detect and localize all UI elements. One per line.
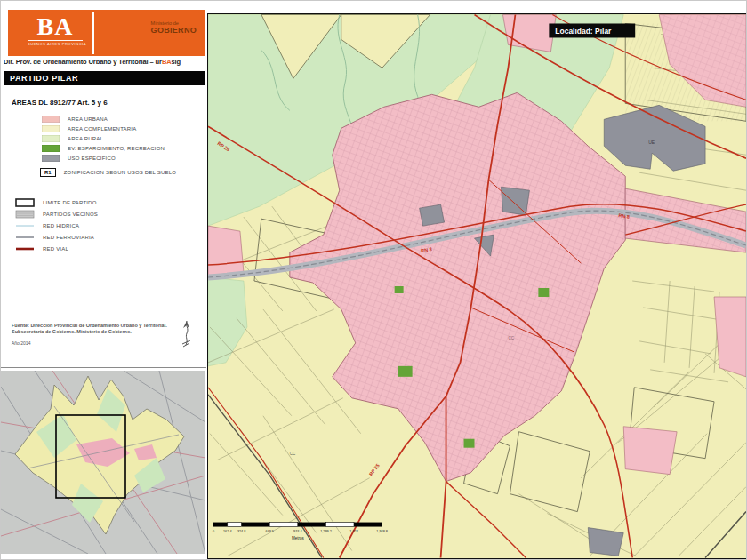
inset-map-canvas <box>1 371 205 554</box>
zoning-code-sample: R1 <box>40 168 56 177</box>
legend-item-area-complementaria: AREA COMPLEMENTARIA <box>42 124 200 133</box>
legend-lines-group: LIMITE DE PARTIDO PARTIDOS VECINOS RED H… <box>12 196 200 254</box>
map-sheet: BA BUENOS AIRES PROVINCIA Ministerio de … <box>0 0 747 560</box>
locality-bar: Localidad: Pilar <box>549 23 635 37</box>
source-date: Año 2014 <box>12 340 176 346</box>
scale-unit: Metros <box>292 536 304 540</box>
legend-item-area-rural: AREA RURAL <box>42 133 200 143</box>
esparcimiento-swatch <box>42 145 60 152</box>
header-divider <box>92 12 94 54</box>
legend-item-uso-especifico: USO ESPECIFICO <box>42 153 200 163</box>
direction-title: Dir. Prov. de Ordenamiento Urbano y Terr… <box>4 58 206 66</box>
ba-logo-text: BA <box>28 13 83 40</box>
red-hidrica-swatch <box>15 221 35 230</box>
zone-label-cc-b: CC <box>508 336 514 340</box>
legend-item-limite: LIMITE DE PARTIDO <box>15 196 200 208</box>
uso-especifico-swatch <box>42 155 60 162</box>
svg-text:324.8: 324.8 <box>237 530 245 533</box>
svg-text:0: 0 <box>213 530 214 533</box>
partido-title-bar: PARTIDO PILAR <box>4 71 205 85</box>
north-arrow-icon <box>176 317 197 351</box>
area-complementaria-swatch <box>42 125 60 132</box>
limite-partido-swatch <box>15 198 35 207</box>
legend-item-hidrica: RED HIDRICA <box>15 220 200 231</box>
zone-label-cc-a: CC <box>290 452 296 456</box>
legend-item-esparcimiento: EV. ESPARCIMIENTO, RECREACION <box>42 143 200 153</box>
area-urbana-swatch <box>42 116 60 123</box>
ministry-label: Ministerio de GOBIERNO <box>151 20 197 35</box>
main-map: RN 8 RN 8 RP 25 RP 28 UE CC CC Localidad… <box>207 13 747 559</box>
svg-text:1,948.8: 1,948.8 <box>376 530 388 533</box>
sidebar-divider <box>1 367 206 368</box>
legend-areas-title: ÁREAS DL 8912/77 Art. 5 y 6 <box>12 99 200 107</box>
svg-text:974.4: 974.4 <box>293 530 301 533</box>
red-ferroviaria-swatch <box>15 233 35 242</box>
legend-item-ferroviaria: RED FERROVIARIA <box>15 231 200 243</box>
red-vial-swatch <box>15 244 35 253</box>
legend: ÁREAS DL 8912/77 Art. 5 y 6 AREA URBANA … <box>12 99 200 254</box>
area-rural-swatch <box>42 135 60 142</box>
partidos-vecinos-swatch <box>15 210 35 219</box>
ba-logo-caption: BUENOS AIRES PROVINCIA <box>28 40 83 46</box>
svg-text:162.4: 162.4 <box>223 530 231 533</box>
svg-text:1,299.2: 1,299.2 <box>320 530 332 533</box>
locality-label: Localidad: Pilar <box>555 27 612 36</box>
legend-item-zonificacion: R1 ZONIFICACION SEGUN USOS DEL SUELO <box>40 168 200 177</box>
svg-text:649.5: 649.5 <box>265 530 273 533</box>
map-canvas: RN 8 RN 8 RP 25 RP 28 UE CC CC Localidad… <box>208 14 746 558</box>
province-header: BA BUENOS AIRES PROVINCIA Ministerio de … <box>8 10 205 56</box>
source-note: Fuente: Dirección Provincial de Ordenami… <box>12 323 176 346</box>
legend-item-vial: RED VIAL <box>15 243 200 254</box>
legend-item-vecinos: PARTIDOS VECINOS <box>15 208 200 220</box>
legend-item-area-urbana: AREA URBANA <box>42 114 200 124</box>
urbasig-brand: BA <box>162 58 172 66</box>
inset-overview-map <box>1 371 205 554</box>
svg-text:1,624: 1,624 <box>349 530 357 533</box>
zone-label-ue: UE <box>648 140 655 145</box>
sidebar: BA BUENOS AIRES PROVINCIA Ministerio de … <box>1 1 207 560</box>
ba-logo: BA BUENOS AIRES PROVINCIA <box>28 13 83 52</box>
